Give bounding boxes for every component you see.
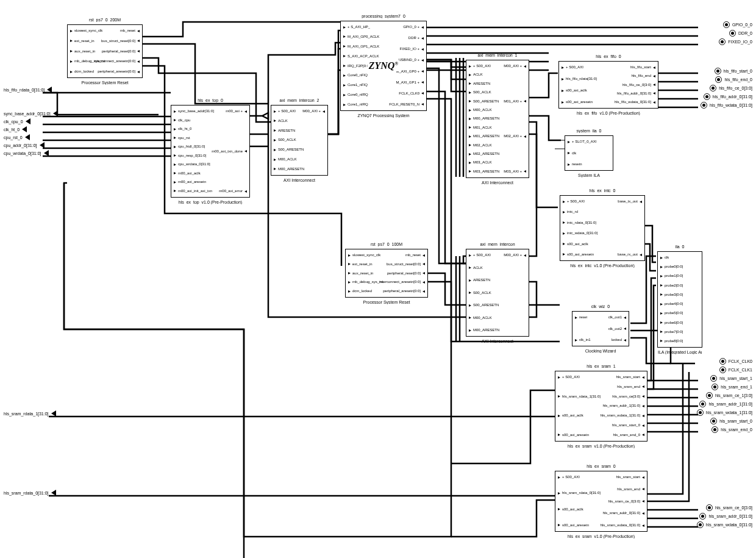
- external-port-label: hls_sram_end_1: [721, 385, 752, 389]
- external-port: FCLK_CLK1: [719, 367, 752, 373]
- port-ring-icon: [723, 21, 730, 28]
- port-ring-icon: [699, 513, 706, 520]
- port-ring-icon: [715, 76, 722, 83]
- block-diagram-canvas: rst_ps7_0_200M slowest_sync_clkext_reset…: [0, 0, 756, 558]
- external-port: hls_sram_addr_0[31:0]: [699, 513, 752, 520]
- port-ring-icon: [706, 392, 713, 399]
- external-port: DDR_0: [729, 30, 752, 37]
- external-port-label: hls_sram_addr_0[31:0]: [708, 514, 752, 518]
- external-port: hls_sram_end_1: [711, 384, 752, 390]
- external-port-label: hls_sram_wdata_1[31:0]: [706, 410, 752, 415]
- external-port: FCLK_CLK0: [719, 358, 752, 365]
- external-port-label: DDR_0: [738, 31, 752, 35]
- external-port-label: FIXED_IO_0: [728, 40, 752, 44]
- external-port: hls_fifo_end_0: [715, 76, 752, 83]
- external-ports-right: GPIO_0_0DDR_0FIXED_IO_0hls_fifo_start_0h…: [0, 0, 756, 558]
- external-port-label: hls_sram_wdata_0[31:0]: [706, 523, 752, 527]
- external-port-label: hls_sram_ce_1[3:0]: [715, 393, 752, 398]
- external-port-label: hls_sram_end_0: [721, 427, 752, 432]
- external-port-label: hls_sram_start_1: [719, 376, 752, 381]
- external-port: hls_sram_ce_1[3:0]: [706, 392, 752, 399]
- external-port: hls_sram_wdata_0[31:0]: [697, 521, 752, 528]
- external-port: hls_sram_ce_0[3:0]: [706, 504, 752, 511]
- port-ring-icon: [710, 375, 717, 382]
- port-ring-icon: [706, 504, 713, 511]
- port-ring-icon: [711, 426, 718, 433]
- external-port: hls_sram_wdata_1[31:0]: [697, 409, 752, 416]
- external-port-label: hls_fifo_start_0: [724, 69, 752, 73]
- external-port-label: hls_fifo_end_0: [724, 77, 752, 82]
- port-ring-icon: [710, 85, 716, 91]
- external-port-label: FCLK_CLK1: [729, 368, 752, 372]
- external-port: hls_sram_addr_1[31:0]: [699, 401, 752, 407]
- port-ring-icon: [729, 30, 736, 37]
- port-ring-icon: [704, 93, 710, 100]
- port-ring-icon: [701, 102, 707, 109]
- external-port: hls_sram_end_0: [711, 426, 752, 433]
- external-port: hls_sram_start_0: [710, 418, 752, 424]
- external-port: GPIO_0_0: [723, 21, 752, 28]
- external-port-label: hls_sram_ce_0[3:0]: [715, 506, 752, 510]
- external-port: hls_fifo_addr_0[31:0]: [704, 93, 752, 100]
- external-port-label: GPIO_0_0: [732, 23, 752, 27]
- port-ring-icon: [719, 358, 726, 365]
- external-port-label: hls_fifo_addr_0[31:0]: [713, 95, 752, 99]
- port-ring-icon: [715, 68, 721, 74]
- external-port: hls_fifo_wdata_0[31:0]: [701, 102, 752, 109]
- external-port: hls_fifo_start_0: [715, 68, 752, 74]
- external-port-label: FCLK_CLK0: [729, 359, 752, 363]
- external-port: hls_sram_start_1: [710, 375, 752, 382]
- port-ring-icon: [719, 38, 726, 45]
- external-port: hls_fifo_ce_0[3:0]: [710, 85, 752, 91]
- external-port-label: hls_sram_start_0: [719, 419, 752, 423]
- port-ring-icon: [711, 384, 718, 390]
- external-port: FIXED_IO_0: [719, 38, 752, 45]
- port-ring-icon: [697, 409, 704, 416]
- port-ring-icon: [710, 418, 717, 424]
- port-ring-icon: [719, 367, 726, 373]
- port-ring-icon: [699, 401, 706, 407]
- external-port-label: hls_fifo_wdata_0[31:0]: [710, 103, 752, 107]
- external-port-label: hls_fifo_ce_0[3:0]: [719, 86, 752, 90]
- external-port-label: hls_sram_addr_1[31:0]: [708, 402, 752, 406]
- port-ring-icon: [697, 521, 704, 528]
